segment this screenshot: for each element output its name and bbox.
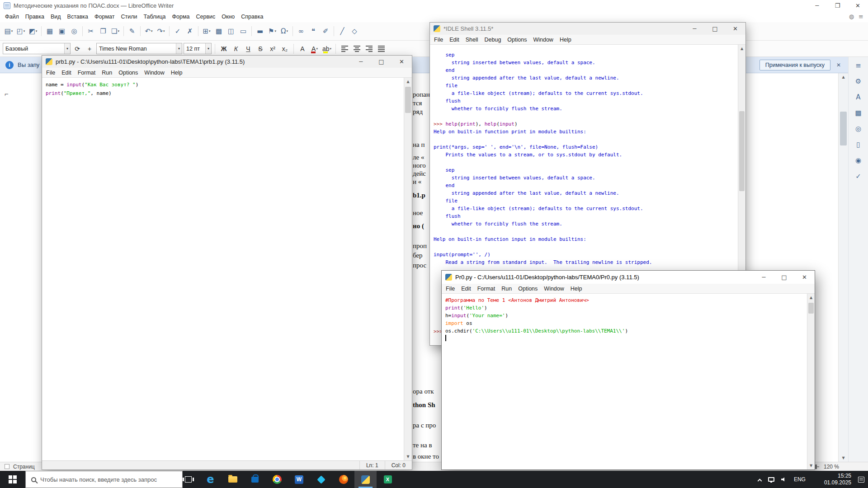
scroll-down-icon[interactable]: ▼	[839, 454, 848, 462]
menu-options[interactable]: Options	[515, 284, 541, 293]
open-button[interactable]: ◰▾	[15, 25, 27, 38]
export-pdf-button[interactable]: ▦	[44, 25, 56, 38]
menu-run[interactable]: Run	[99, 68, 115, 77]
menu-help[interactable]: Help	[557, 35, 575, 44]
align-center-button[interactable]	[351, 43, 362, 55]
paste-button[interactable]: ❏▾	[109, 25, 121, 38]
scroll-up-icon[interactable]: ▲	[404, 78, 412, 85]
underline-button[interactable]: Ч	[243, 43, 254, 55]
superscript-button[interactable]: x²	[267, 43, 278, 55]
infobar-close-icon[interactable]: ✕	[835, 62, 843, 68]
menu-format[interactable]: Format	[75, 68, 99, 77]
insert-textbox-button[interactable]: ▭	[237, 25, 249, 38]
page-break-button[interactable]: ▬	[254, 25, 266, 38]
scroll-up-icon[interactable]: ▲	[839, 73, 848, 81]
chrome-icon[interactable]	[266, 471, 288, 488]
writer-vertical-scrollbar[interactable]: ▲ ▼	[838, 73, 848, 462]
shell-titlebar[interactable]: *IDLE Shell 3.11.5* ─ □ ✕	[430, 23, 745, 35]
insert-line-button[interactable]: ╱	[336, 25, 348, 38]
menu-window[interactable]: Window	[541, 284, 567, 293]
clock[interactable]: 15:25 01.09.2025	[824, 473, 851, 486]
clear-formatting-button[interactable]: A	[297, 43, 308, 55]
menu-shell[interactable]: Shell	[462, 35, 481, 44]
align-left-button[interactable]	[339, 43, 350, 55]
font-name-combo[interactable]: Times New Roman▾	[96, 43, 182, 54]
display-icon[interactable]	[768, 477, 774, 482]
menu-window[interactable]: Window	[141, 68, 167, 77]
writer-minimize-button[interactable]: ─	[807, 0, 827, 11]
paragraph-style-combo[interactable]: Базовый▾	[3, 43, 71, 54]
writer-restore-button[interactable]: ❐	[827, 0, 848, 11]
shell-scroll-thumb[interactable]	[739, 111, 745, 191]
green-app-icon[interactable]: X	[377, 471, 399, 488]
menu-edit[interactable]: Edit	[446, 35, 462, 44]
strikethrough-button[interactable]: S	[255, 43, 266, 55]
task-view-icon[interactable]	[177, 471, 199, 488]
taskbar-search[interactable]	[25, 471, 183, 488]
copy-button[interactable]: ❐	[97, 25, 109, 38]
prb1-scroll-thumb[interactable]	[405, 87, 411, 113]
page-deck-icon[interactable]: ▯	[852, 139, 865, 150]
save-button[interactable]: ◩▾	[27, 25, 39, 38]
insert-table-button[interactable]: ⊞▾	[201, 25, 212, 38]
new-document-button[interactable]: ▤▾	[3, 25, 14, 38]
menubar-hamburger-icon[interactable]: ≡	[859, 13, 863, 20]
gallery-icon[interactable]: ▩	[852, 107, 865, 119]
special-character-button[interactable]: Ω▾	[278, 25, 290, 38]
menu-стили[interactable]: Стили	[118, 12, 140, 21]
font-color-button[interactable]: A▾	[309, 43, 320, 55]
store-icon[interactable]	[244, 471, 266, 488]
highlight-color-button[interactable]: ab▾	[321, 43, 332, 55]
update-style-button[interactable]: ⟳	[72, 43, 83, 55]
menu-help[interactable]: Help	[567, 284, 585, 293]
prb1-maximize-button[interactable]: □	[371, 56, 392, 68]
cut-button[interactable]: ✂	[85, 25, 97, 38]
writer-scroll-thumb[interactable]	[840, 112, 847, 145]
file-explorer-icon[interactable]	[222, 471, 244, 488]
insert-chart-button[interactable]: ◫	[225, 25, 237, 38]
menu-edit[interactable]: Edit	[58, 68, 75, 77]
release-notes-button[interactable]: Примечания к выпуску	[760, 60, 830, 70]
shell-close-button[interactable]: ✕	[725, 23, 745, 35]
prb1-editor-area[interactable]: name = input("Как Вас зовут? ")print("Пр…	[42, 78, 404, 460]
prb1-vertical-scrollbar[interactable]: ▲ ▼	[404, 78, 412, 460]
menu-таблица[interactable]: Таблица	[140, 12, 169, 21]
menu-справка[interactable]: Справка	[238, 12, 266, 21]
menu-file[interactable]: File	[43, 68, 58, 77]
pr0-close-button[interactable]: ✕	[794, 271, 815, 284]
pr0-scroll-thumb[interactable]	[808, 303, 814, 314]
pr0-editor-area[interactable]: #Программа по Теме 1 <Антонов Дмитрий Ан…	[442, 294, 807, 469]
insert-hyperlink-button[interactable]: ∞	[295, 25, 307, 38]
zoom-level[interactable]: 120 %	[824, 464, 839, 470]
menu-debug[interactable]: Debug	[481, 35, 505, 44]
globe-icon[interactable]: ◍	[849, 13, 854, 20]
navigator-icon[interactable]: ◎	[852, 123, 865, 135]
menu-format[interactable]: Format	[474, 284, 499, 293]
pr0-vertical-scrollbar[interactable]: ▲ ▼	[807, 294, 815, 469]
scroll-up-icon[interactable]: ▲	[738, 45, 745, 52]
accessibility-icon[interactable]: ✓	[852, 170, 865, 182]
insert-image-button[interactable]: ▩	[213, 25, 225, 38]
edge-icon[interactable]: e	[199, 471, 222, 488]
writer-titlebar[interactable]: Методические указания по ПОАС.docx — Lib…	[0, 0, 868, 11]
start-button[interactable]	[0, 471, 25, 488]
new-style-button[interactable]: +	[84, 43, 95, 55]
prb1-minimize-button[interactable]: ─	[351, 56, 371, 68]
menu-файл[interactable]: Файл	[2, 12, 22, 21]
undo-button[interactable]: ↶▾	[143, 25, 155, 38]
bold-button[interactable]: Ж	[218, 43, 229, 55]
menu-вид[interactable]: Вид	[47, 12, 64, 21]
menu-окно[interactable]: Окно	[218, 12, 238, 21]
menu-help[interactable]: Help	[168, 68, 186, 77]
diamond-app-icon[interactable]	[310, 471, 332, 488]
properties-icon[interactable]: ⚙	[852, 75, 865, 87]
search-input[interactable]	[40, 476, 176, 483]
menu-формат[interactable]: Формат	[91, 12, 118, 21]
menu-edit[interactable]: Edit	[458, 284, 474, 293]
action-center-icon[interactable]	[858, 477, 864, 483]
italic-button[interactable]: К	[231, 43, 241, 55]
basic-shapes-button[interactable]: ◇	[349, 25, 360, 38]
menu-форма[interactable]: Форма	[169, 12, 193, 21]
print-button[interactable]: ▣	[56, 25, 68, 38]
menu-options[interactable]: Options	[115, 68, 141, 77]
